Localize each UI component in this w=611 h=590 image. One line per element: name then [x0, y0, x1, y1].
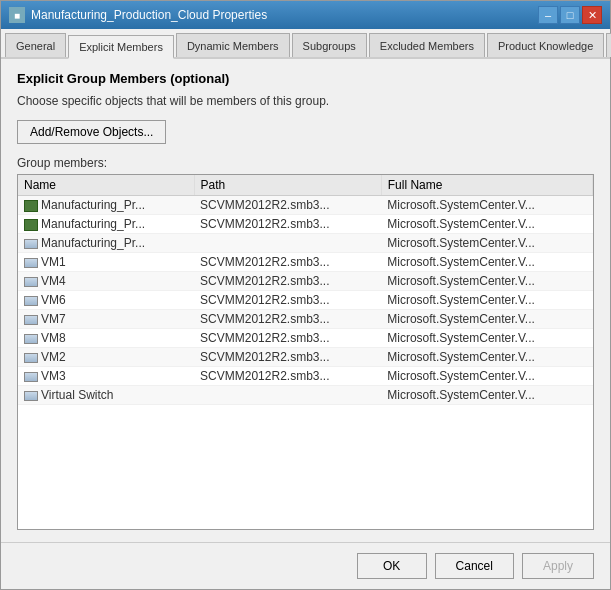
- cell-full-name: Microsoft.SystemCenter.V...: [381, 329, 592, 348]
- tab-product-knowledge[interactable]: Product Knowledge: [487, 33, 604, 57]
- add-remove-button[interactable]: Add/Remove Objects...: [17, 120, 166, 144]
- column-name: Name: [18, 175, 194, 196]
- cell-full-name: Microsoft.SystemCenter.V...: [381, 291, 592, 310]
- table-row[interactable]: VM1SCVMM2012R2.smb3...Microsoft.SystemCe…: [18, 253, 593, 272]
- tab-general[interactable]: General: [5, 33, 66, 57]
- cell-full-name: Microsoft.SystemCenter.V...: [381, 234, 592, 253]
- main-window: ■ Manufacturing_Production_Cloud Propert…: [0, 0, 611, 590]
- table-header-row: Name Path Full Name: [18, 175, 593, 196]
- cell-full-name: Microsoft.SystemCenter.V...: [381, 196, 592, 215]
- cell-path: SCVMM2012R2.smb3...: [194, 272, 381, 291]
- cell-full-name: Microsoft.SystemCenter.V...: [381, 386, 592, 405]
- cell-path: SCVMM2012R2.smb3...: [194, 291, 381, 310]
- cell-full-name: Microsoft.SystemCenter.V...: [381, 310, 592, 329]
- table-row[interactable]: VM2SCVMM2012R2.smb3...Microsoft.SystemCe…: [18, 348, 593, 367]
- cell-name: VM3: [18, 367, 194, 386]
- members-table: Name Path Full Name Manufacturing_Pr...S…: [18, 175, 593, 405]
- close-button[interactable]: ✕: [582, 6, 602, 24]
- cancel-button[interactable]: Cancel: [435, 553, 514, 579]
- cell-path: SCVMM2012R2.smb3...: [194, 310, 381, 329]
- cell-full-name: Microsoft.SystemCenter.V...: [381, 272, 592, 291]
- cell-name: VM2: [18, 348, 194, 367]
- table-row[interactable]: Manufacturing_Pr...Microsoft.SystemCente…: [18, 234, 593, 253]
- tab-bar: General Explicit Members Dynamic Members…: [1, 29, 610, 59]
- table-row[interactable]: VM3SCVMM2012R2.smb3...Microsoft.SystemCe…: [18, 367, 593, 386]
- table-row[interactable]: Manufacturing_Pr...SCVMM2012R2.smb3...Mi…: [18, 215, 593, 234]
- cell-path: SCVMM2012R2.smb3...: [194, 367, 381, 386]
- title-bar: ■ Manufacturing_Production_Cloud Propert…: [1, 1, 610, 29]
- cell-name: VM8: [18, 329, 194, 348]
- column-full-name: Full Name: [381, 175, 592, 196]
- maximize-button[interactable]: □: [560, 6, 580, 24]
- cell-name: Manufacturing_Pr...: [18, 234, 194, 253]
- members-table-container[interactable]: Name Path Full Name Manufacturing_Pr...S…: [17, 174, 594, 530]
- table-row[interactable]: VM8SCVMM2012R2.smb3...Microsoft.SystemCe…: [18, 329, 593, 348]
- window-title: Manufacturing_Production_Cloud Propertie…: [31, 8, 267, 22]
- title-bar-controls: – □ ✕: [538, 6, 602, 24]
- table-row[interactable]: Manufacturing_Pr...SCVMM2012R2.smb3...Mi…: [18, 196, 593, 215]
- cell-full-name: Microsoft.SystemCenter.V...: [381, 367, 592, 386]
- cell-full-name: Microsoft.SystemCenter.V...: [381, 215, 592, 234]
- title-bar-left: ■ Manufacturing_Production_Cloud Propert…: [9, 7, 267, 23]
- cell-name: VM4: [18, 272, 194, 291]
- column-path: Path: [194, 175, 381, 196]
- table-row[interactable]: Virtual SwitchMicrosoft.SystemCenter.V..…: [18, 386, 593, 405]
- footer: OK Cancel Apply: [1, 542, 610, 589]
- tab-excluded-members[interactable]: Excluded Members: [369, 33, 485, 57]
- apply-button[interactable]: Apply: [522, 553, 594, 579]
- cell-path: SCVMM2012R2.smb3...: [194, 196, 381, 215]
- cell-name: VM1: [18, 253, 194, 272]
- tab-overrides[interactable]: Overrides: [606, 33, 611, 57]
- table-row[interactable]: VM7SCVMM2012R2.smb3...Microsoft.SystemCe…: [18, 310, 593, 329]
- table-row[interactable]: VM6SCVMM2012R2.smb3...Microsoft.SystemCe…: [18, 291, 593, 310]
- minimize-button[interactable]: –: [538, 6, 558, 24]
- content-area: Explicit Group Members (optional) Choose…: [1, 59, 610, 542]
- section-title: Explicit Group Members (optional): [17, 71, 594, 86]
- window-icon: ■: [9, 7, 25, 23]
- ok-button[interactable]: OK: [357, 553, 427, 579]
- cell-name: Manufacturing_Pr...: [18, 196, 194, 215]
- cell-name: VM7: [18, 310, 194, 329]
- cell-path: SCVMM2012R2.smb3...: [194, 215, 381, 234]
- table-row[interactable]: VM4SCVMM2012R2.smb3...Microsoft.SystemCe…: [18, 272, 593, 291]
- cell-path: SCVMM2012R2.smb3...: [194, 253, 381, 272]
- cell-full-name: Microsoft.SystemCenter.V...: [381, 348, 592, 367]
- cell-name: VM6: [18, 291, 194, 310]
- cell-path: [194, 386, 381, 405]
- tab-subgroups[interactable]: Subgroups: [292, 33, 367, 57]
- group-members-label: Group members:: [17, 156, 594, 170]
- tab-explicit-members[interactable]: Explicit Members: [68, 35, 174, 59]
- description-text: Choose specific objects that will be mem…: [17, 94, 594, 108]
- cell-path: SCVMM2012R2.smb3...: [194, 348, 381, 367]
- cell-path: [194, 234, 381, 253]
- cell-path: SCVMM2012R2.smb3...: [194, 329, 381, 348]
- cell-name: Virtual Switch: [18, 386, 194, 405]
- cell-name: Manufacturing_Pr...: [18, 215, 194, 234]
- tab-dynamic-members[interactable]: Dynamic Members: [176, 33, 290, 57]
- cell-full-name: Microsoft.SystemCenter.V...: [381, 253, 592, 272]
